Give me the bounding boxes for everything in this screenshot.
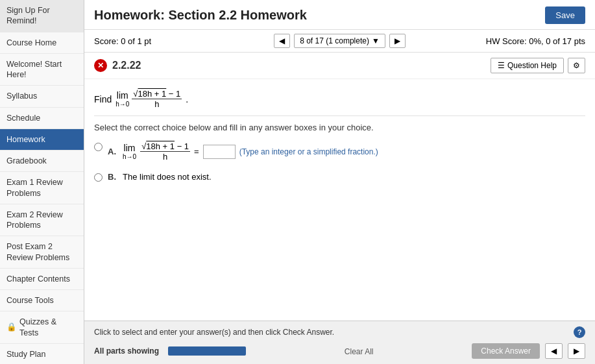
parts-label: All parts showing	[94, 346, 159, 356]
main-content: Homework: Section 2.2 Homework Save Scor…	[84, 0, 595, 364]
sidebar-item-welcome[interactable]: Welcome! Start Here!	[0, 54, 84, 86]
hint-text-a: (Type an integer or a simplified fractio…	[239, 147, 378, 156]
find-expression: Find lim h→0 √18h + 1 − 1 h .	[94, 89, 585, 109]
gear-icon: ⚙	[573, 61, 580, 70]
option-a-fraction: √18h + 1 − 1 h	[140, 141, 190, 162]
sidebar-item-post-exam2[interactable]: Post Exam 2 Review Problems	[0, 236, 84, 269]
sidebar-item-quizzes[interactable]: 🔒 Quizzes & Tests	[0, 311, 84, 344]
footer-controls: All parts showing Clear All Check Answer…	[94, 343, 585, 359]
option-a-lim: lim h→0	[123, 143, 136, 160]
equals-sign: =	[194, 147, 199, 156]
score-label: Score:	[94, 36, 119, 46]
option-b: B. The limit does not exist.	[94, 172, 585, 182]
page-header: Homework: Section 2.2 Homework Save	[84, 0, 595, 30]
main-fraction: √18h + 1 − 1 h	[132, 89, 182, 109]
sidebar-item-homework[interactable]: Homework	[0, 129, 84, 151]
footer-next-button[interactable]: ▶	[568, 343, 585, 359]
clear-all-text[interactable]: Clear All	[345, 347, 374, 356]
option-b-label: B.	[108, 172, 116, 182]
score-display: Score: 0 of 1 pt	[94, 36, 274, 46]
option-a: A. lim h→0 √18h + 1 − 1 h = (Type an int…	[94, 141, 585, 162]
prev-question-button[interactable]: ◀	[274, 34, 290, 48]
score-value: 0 of 1 pt	[121, 36, 151, 46]
footer-instruction-text: Click to select and enter your answer(s)…	[94, 328, 334, 337]
lock-icon: 🔒	[6, 322, 17, 332]
incorrect-icon: ✕	[94, 59, 107, 72]
sidebar-item-syllabus[interactable]: Syllabus	[0, 86, 84, 107]
footer-prev-button[interactable]: ◀	[545, 343, 563, 359]
sidebar-item-exam1[interactable]: Exam 1 Review Problems	[0, 172, 84, 204]
help-icon[interactable]: ?	[574, 326, 585, 338]
answer-input-a[interactable]	[203, 145, 236, 159]
hw-score-value: 0%, 0 of 17 pts	[529, 36, 585, 46]
question-help-label: Question Help	[507, 61, 557, 70]
lim-expression: lim h→0 √18h + 1 − 1 h	[115, 89, 182, 109]
settings-button[interactable]: ⚙	[568, 58, 585, 73]
question-content: Find lim h→0 √18h + 1 − 1 h . Select the…	[84, 79, 595, 321]
option-a-label: A.	[108, 147, 116, 156]
option-b-radio[interactable]	[94, 173, 103, 182]
page-title: Homework: Section 2.2 Homework	[94, 8, 307, 23]
option-b-text: The limit does not exist.	[123, 172, 212, 182]
next-question-button[interactable]: ▶	[389, 34, 406, 48]
score-bar: Score: 0 of 1 pt ◀ 8 of 17 (1 complete) …	[84, 30, 595, 53]
sidebar-item-gradebook[interactable]: Gradebook	[0, 151, 84, 172]
find-text: Find	[94, 94, 112, 104]
progress-bar	[168, 346, 246, 356]
question-number: 2.2.22	[112, 60, 141, 71]
hw-score-label: HW Score:	[486, 36, 527, 46]
sidebar-item-schedule[interactable]: Schedule	[0, 108, 84, 129]
question-header: ✕ 2.2.22 ☰ Question Help ⚙	[84, 53, 595, 79]
question-tools: ☰ Question Help ⚙	[491, 58, 585, 73]
question-id-display: ✕ 2.2.22	[94, 59, 141, 72]
sidebar-item-chapter-contents[interactable]: Chapter Contents	[0, 269, 84, 290]
sidebar: Sign Up For Remind! Course Home Welcome!…	[0, 0, 84, 364]
sidebar-item-study-plan[interactable]: Study Plan	[0, 344, 84, 364]
lim-operator: lim h→0	[115, 90, 129, 108]
footer-instruction: Click to select and enter your answer(s)…	[94, 326, 585, 338]
period: .	[186, 94, 188, 104]
option-a-radio[interactable]	[94, 143, 103, 151]
instruction-text: Select the correct choice below and fill…	[94, 115, 585, 132]
question-info: 8 of 17 (1 complete)	[300, 36, 369, 45]
sidebar-item-exam2[interactable]: Exam 2 Review Problems	[0, 204, 84, 237]
save-button[interactable]: Save	[545, 6, 585, 24]
dropdown-icon: ▼	[372, 36, 380, 45]
question-indicator[interactable]: 8 of 17 (1 complete) ▼	[294, 34, 385, 48]
clear-all-button: Clear All	[251, 346, 467, 356]
sidebar-item-signup[interactable]: Sign Up For Remind!	[0, 0, 84, 32]
sidebar-item-course-tools[interactable]: Course Tools	[0, 290, 84, 311]
nav-controls: ◀ 8 of 17 (1 complete) ▼ ▶	[274, 34, 406, 48]
question-help-button[interactable]: ☰ Question Help	[491, 58, 564, 73]
list-icon: ☰	[498, 61, 505, 70]
hw-score-display: HW Score: 0%, 0 of 17 pts	[406, 36, 585, 46]
footer: Click to select and enter your answer(s)…	[84, 321, 595, 364]
check-answer-button[interactable]: Check Answer	[472, 343, 540, 359]
sidebar-item-course-home[interactable]: Course Home	[0, 32, 84, 54]
